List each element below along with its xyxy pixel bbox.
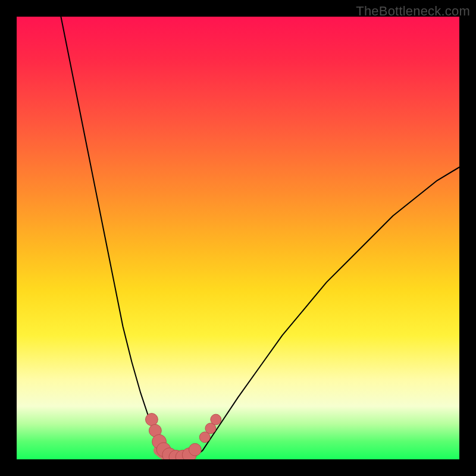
- plot-area: [17, 17, 459, 459]
- chart-frame: TheBottleneck.com: [0, 0, 476, 476]
- watermark-text: TheBottleneck.com: [356, 4, 470, 19]
